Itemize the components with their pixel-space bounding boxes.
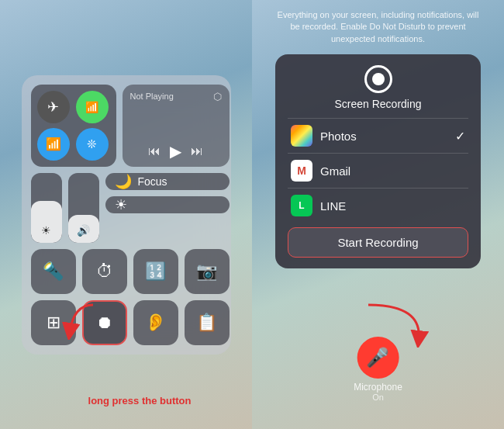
microphone-label: Microphone [354,382,402,393]
calculator-button[interactable]: 🔢 [133,249,178,294]
media-player-block: Not Playing ⬡ ⏮ ▶ ⏭ [123,85,230,167]
line-label: LINE [320,199,465,213]
wifi-button[interactable]: 📶 [37,128,70,161]
media-top: Not Playing ⬡ [130,91,222,102]
brightness-adj-icon: ☀ [115,196,127,213]
focus-label: Focus [138,175,167,188]
screen-recording-title: Screen Recording [288,98,468,110]
brightness-slider[interactable]: ☀ [31,173,62,243]
gmail-label: Gmail [320,164,465,178]
play-button[interactable]: ▶ [170,142,181,161]
airplay-icon[interactable]: ⬡ [213,91,222,102]
screen-recording-card: Screen Recording Photos ✓ M Gmail L LINE… [275,54,481,268]
row-sliders-focus: ☀ 🔊 🌙 Focus ☀ [31,173,230,243]
photos-icon [291,125,312,147]
row-actions-2: ⊞ ⏺ 👂 📋 [31,300,230,345]
hearing-button[interactable]: 👂 [133,300,178,345]
flashlight-button[interactable]: 🔦 [31,249,76,294]
timer-button[interactable]: ⏱ [82,249,127,294]
row-actions-1: 🔦 ⏱ 🔢 📷 [31,249,230,294]
record-inner-circle [372,73,385,85]
focus-button[interactable]: 🌙 Focus [105,173,230,190]
media-status: Not Playing [130,92,174,101]
app-row-line[interactable]: L LINE [288,188,468,223]
cellular-button[interactable]: 📶 [76,91,109,123]
gmail-icon: M [291,160,312,182]
microphone-button[interactable]: 🎤 [357,337,399,379]
app-row-photos[interactable]: Photos ✓ [288,118,468,153]
sliders-col: ☀ 🔊 [31,173,99,243]
notification-text: Everything on your screen, including not… [252,0,504,51]
control-center: ✈ 📶 📶 ❊ Not Playing ⬡ ⏮ ▶ ⏭ [22,75,231,355]
fast-forward-button[interactable]: ⏭ [191,144,203,158]
rewind-button[interactable]: ⏮ [148,144,161,158]
record-outer-circle [364,65,392,93]
volume-slider[interactable]: 🔊 [68,173,99,243]
arrow-to-record-button [62,301,109,340]
microphone-status: On [372,393,384,402]
photos-label: Photos [320,130,455,143]
moon-icon: 🌙 [115,173,132,190]
brightness-icon: ☀ [41,224,51,237]
record-icon-area [288,65,468,93]
app-row-gmail[interactable]: M Gmail [288,153,468,188]
media-controls: ⏮ ▶ ⏭ [130,142,222,161]
microphone-container[interactable]: 🎤 Microphone On [354,337,402,402]
instruction-text: long press the button [8,393,244,407]
focus-col: 🌙 Focus ☀ [105,173,230,213]
airplane-mode-button[interactable]: ✈ [37,91,70,123]
notes-button[interactable]: 📋 [185,300,230,345]
row-connectivity-media: ✈ 📶 📶 ❊ Not Playing ⬡ ⏮ ▶ ⏭ [31,85,230,167]
camera-button[interactable]: 📷 [185,249,230,294]
start-recording-button[interactable]: Start Recording [288,227,468,258]
connectivity-block: ✈ 📶 📶 ❊ [31,85,116,167]
bluetooth-button[interactable]: ❊ [76,128,109,161]
photos-checkmark: ✓ [455,129,465,144]
left-panel: ✈ 📶 📶 ❊ Not Playing ⬡ ⏮ ▶ ⏭ [0,0,252,429]
right-panel: Everything on your screen, including not… [252,0,504,429]
volume-icon: 🔊 [77,224,90,237]
line-icon: L [291,195,312,216]
instruction-label: long press the button [61,395,192,407]
brightness-block[interactable]: ☀ [105,196,230,213]
